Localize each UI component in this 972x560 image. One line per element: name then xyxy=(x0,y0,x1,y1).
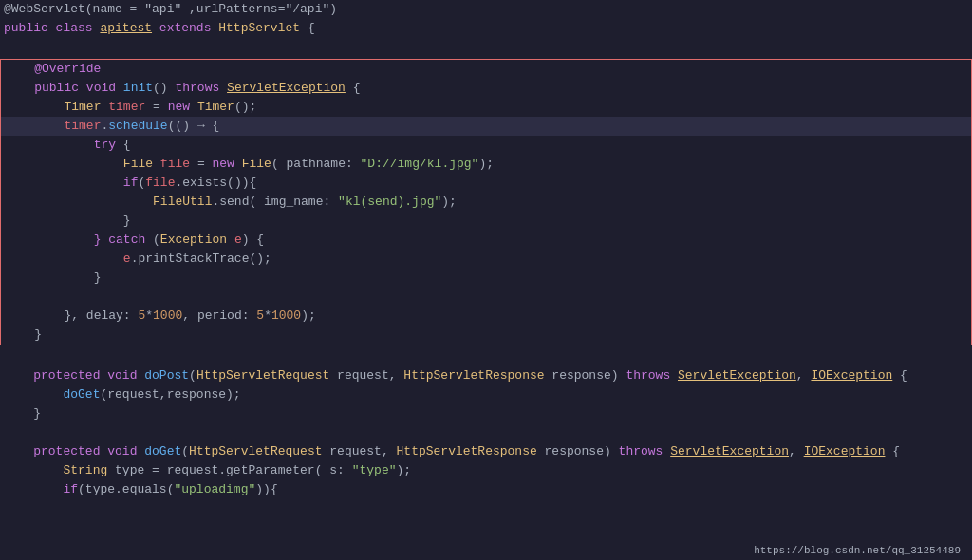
code-line xyxy=(1,288,971,307)
code-line: protected void doGet(HttpServletRequest … xyxy=(0,442,972,461)
code-line: try { xyxy=(1,136,971,155)
line-content xyxy=(1,288,971,307)
line-content: public class apitest extends HttpServlet… xyxy=(0,19,972,38)
line-content: }, delay: 5*1000, period: 5*1000); xyxy=(1,307,971,326)
code-line: } xyxy=(1,326,971,345)
line-content: try { xyxy=(1,136,971,155)
code-line: if(type.equals("uploadimg")){ xyxy=(0,480,972,499)
line-content xyxy=(0,347,972,366)
line-content: protected void doGet(HttpServletRequest … xyxy=(0,442,972,461)
line-content: File file = new File( pathname: "D://img… xyxy=(1,155,971,174)
bottom-url: https://blog.csdn.net/qq_31254489 xyxy=(754,545,961,556)
code-line: String type = request.getParameter( s: "… xyxy=(0,461,972,480)
line-content xyxy=(0,38,972,57)
line-content: public void init() throws ServletExcepti… xyxy=(1,79,971,98)
line-content: doGet(request,response); xyxy=(0,385,972,404)
code-line: } xyxy=(1,212,971,231)
line-content: e.printStackTrace(); xyxy=(1,250,971,269)
code-line: }, delay: 5*1000, period: 5*1000); xyxy=(1,307,971,326)
code-line: if(file.exists()){ xyxy=(1,174,971,193)
code-line: FileUtil.send( img_name: "kl(send).jpg")… xyxy=(1,193,971,212)
highlighted-block: @Override public void init() throws Serv… xyxy=(0,59,972,345)
line-content: } catch (Exception e) { xyxy=(1,231,971,250)
code-line: } xyxy=(1,269,971,288)
code-line: Timer timer = new Timer(); xyxy=(1,98,971,117)
line-content: } xyxy=(1,269,971,288)
line-content: String type = request.getParameter( s: "… xyxy=(0,461,972,480)
code-line: public class apitest extends HttpServlet… xyxy=(0,19,972,38)
line-content: } xyxy=(1,212,971,231)
line-content: if(type.equals("uploadimg")){ xyxy=(0,480,972,499)
code-line: } xyxy=(0,404,972,423)
code-line: e.printStackTrace(); xyxy=(1,250,971,269)
code-editor: @WebServlet(name = "api" ,urlPatterns="/… xyxy=(0,0,972,560)
code-line: doGet(request,response); xyxy=(0,385,972,404)
line-content: @Override xyxy=(1,60,971,79)
code-line: File file = new File( pathname: "D://img… xyxy=(1,155,971,174)
code-line: protected void doPost(HttpServletRequest… xyxy=(0,366,972,385)
line-content: FileUtil.send( img_name: "kl(send).jpg")… xyxy=(1,193,971,212)
line-content xyxy=(0,423,972,442)
code-line xyxy=(0,38,972,57)
code-line: @Override xyxy=(1,60,971,79)
code-line: } catch (Exception e) { xyxy=(1,231,971,250)
code-line xyxy=(0,423,972,442)
code-line: public void init() throws ServletExcepti… xyxy=(1,79,971,98)
line-content: Timer timer = new Timer(); xyxy=(1,98,971,117)
line-content: protected void doPost(HttpServletRequest… xyxy=(0,366,972,385)
code-line: @WebServlet(name = "api" ,urlPatterns="/… xyxy=(0,0,972,19)
line-content: if(file.exists()){ xyxy=(1,174,971,193)
code-line xyxy=(0,347,972,366)
code-line: timer.schedule(() → { 💡 xyxy=(1,117,971,136)
line-content: timer.schedule(() → { xyxy=(1,117,971,136)
line-content: } xyxy=(0,404,972,423)
line-content: } xyxy=(1,326,971,345)
line-content: @WebServlet(name = "api" ,urlPatterns="/… xyxy=(0,0,972,19)
